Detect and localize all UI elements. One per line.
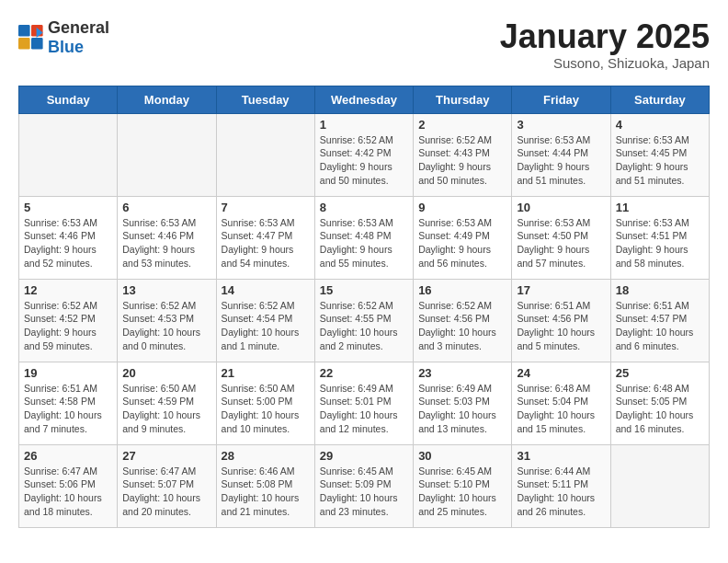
calendar-cell: 1Sunrise: 6:52 AM Sunset: 4:42 PM Daylig… <box>314 113 413 196</box>
day-header-sunday: Sunday <box>19 86 118 113</box>
day-header-saturday: Saturday <box>610 86 709 113</box>
day-info: Sunrise: 6:52 AM Sunset: 4:54 PM Dayligh… <box>222 299 310 353</box>
day-info: Sunrise: 6:46 AM Sunset: 5:08 PM Dayligh… <box>222 465 310 519</box>
day-number: 9 <box>418 201 506 214</box>
day-info: Sunrise: 6:52 AM Sunset: 4:55 PM Dayligh… <box>320 299 408 353</box>
calendar-cell: 16Sunrise: 6:52 AM Sunset: 4:56 PM Dayli… <box>414 279 512 362</box>
calendar-cell: 20Sunrise: 6:50 AM Sunset: 4:59 PM Dayli… <box>118 362 216 444</box>
title-area: January 2025 Susono, Shizuoka, Japan <box>500 18 710 71</box>
day-number: 20 <box>122 366 210 380</box>
day-number: 8 <box>320 201 408 214</box>
calendar-cell: 22Sunrise: 6:49 AM Sunset: 5:01 PM Dayli… <box>314 362 413 444</box>
day-info: Sunrise: 6:49 AM Sunset: 5:03 PM Dayligh… <box>418 382 506 436</box>
day-header-friday: Friday <box>512 86 610 113</box>
svg-rect-0 <box>18 25 30 37</box>
day-number: 17 <box>517 283 605 297</box>
day-info: Sunrise: 6:53 AM Sunset: 4:45 PM Dayligh… <box>616 133 704 188</box>
day-info: Sunrise: 6:52 AM Sunset: 4:43 PM Dayligh… <box>418 133 506 188</box>
calendar-cell: 2Sunrise: 6:52 AM Sunset: 4:43 PM Daylig… <box>414 113 512 196</box>
calendar-cell <box>216 113 314 196</box>
calendar-cell: 6Sunrise: 6:53 AM Sunset: 4:46 PM Daylig… <box>118 196 216 279</box>
day-number: 28 <box>222 449 310 463</box>
calendar-cell: 24Sunrise: 6:48 AM Sunset: 5:04 PM Dayli… <box>512 362 610 444</box>
day-number: 30 <box>418 449 506 463</box>
day-info: Sunrise: 6:49 AM Sunset: 5:01 PM Dayligh… <box>320 382 408 436</box>
day-number: 31 <box>517 449 605 463</box>
day-info: Sunrise: 6:53 AM Sunset: 4:51 PM Dayligh… <box>616 216 704 270</box>
day-info: Sunrise: 6:45 AM Sunset: 5:09 PM Dayligh… <box>320 465 408 519</box>
calendar-cell <box>610 444 709 527</box>
day-header-thursday: Thursday <box>414 86 512 113</box>
day-number: 29 <box>320 449 408 463</box>
day-info: Sunrise: 6:48 AM Sunset: 5:04 PM Dayligh… <box>517 382 605 436</box>
calendar-cell: 18Sunrise: 6:51 AM Sunset: 4:57 PM Dayli… <box>610 279 709 362</box>
calendar-body: 1Sunrise: 6:52 AM Sunset: 4:42 PM Daylig… <box>19 113 710 527</box>
day-number: 5 <box>24 201 112 214</box>
day-info: Sunrise: 6:52 AM Sunset: 4:56 PM Dayligh… <box>418 299 506 353</box>
day-info: Sunrise: 6:50 AM Sunset: 5:00 PM Dayligh… <box>222 382 310 436</box>
day-number: 2 <box>418 118 506 132</box>
calendar-cell: 5Sunrise: 6:53 AM Sunset: 4:46 PM Daylig… <box>19 196 118 279</box>
day-info: Sunrise: 6:53 AM Sunset: 4:47 PM Dayligh… <box>222 216 310 270</box>
day-info: Sunrise: 6:53 AM Sunset: 4:48 PM Dayligh… <box>320 216 408 270</box>
day-info: Sunrise: 6:53 AM Sunset: 4:46 PM Dayligh… <box>122 216 210 270</box>
calendar-week-row: 1Sunrise: 6:52 AM Sunset: 4:42 PM Daylig… <box>19 113 710 196</box>
day-number: 4 <box>616 118 704 132</box>
calendar-table: SundayMondayTuesdayWednesdayThursdayFrid… <box>18 86 710 528</box>
calendar-cell: 9Sunrise: 6:53 AM Sunset: 4:49 PM Daylig… <box>414 196 512 279</box>
day-number: 18 <box>616 283 704 297</box>
day-info: Sunrise: 6:51 AM Sunset: 4:56 PM Dayligh… <box>517 299 605 353</box>
calendar-cell: 29Sunrise: 6:45 AM Sunset: 5:09 PM Dayli… <box>314 444 413 527</box>
day-info: Sunrise: 6:50 AM Sunset: 4:59 PM Dayligh… <box>122 382 210 436</box>
svg-rect-3 <box>31 38 43 50</box>
day-info: Sunrise: 6:48 AM Sunset: 5:05 PM Dayligh… <box>616 382 704 436</box>
calendar-cell: 10Sunrise: 6:53 AM Sunset: 4:50 PM Dayli… <box>512 196 610 279</box>
day-number: 24 <box>517 366 605 380</box>
day-number: 7 <box>222 201 310 214</box>
calendar-cell: 31Sunrise: 6:44 AM Sunset: 5:11 PM Dayli… <box>512 444 610 527</box>
day-info: Sunrise: 6:47 AM Sunset: 5:07 PM Dayligh… <box>122 465 210 519</box>
calendar-cell: 8Sunrise: 6:53 AM Sunset: 4:48 PM Daylig… <box>314 196 413 279</box>
calendar-week-row: 19Sunrise: 6:51 AM Sunset: 4:58 PM Dayli… <box>19 362 710 444</box>
day-info: Sunrise: 6:53 AM Sunset: 4:49 PM Dayligh… <box>418 216 506 270</box>
day-number: 10 <box>517 201 605 214</box>
calendar-cell: 19Sunrise: 6:51 AM Sunset: 4:58 PM Dayli… <box>19 362 118 444</box>
day-info: Sunrise: 6:53 AM Sunset: 4:50 PM Dayligh… <box>517 216 605 270</box>
svg-rect-2 <box>18 38 30 50</box>
day-info: Sunrise: 6:52 AM Sunset: 4:42 PM Dayligh… <box>320 133 408 188</box>
calendar-cell: 21Sunrise: 6:50 AM Sunset: 5:00 PM Dayli… <box>216 362 314 444</box>
day-header-tuesday: Tuesday <box>216 86 314 113</box>
day-info: Sunrise: 6:44 AM Sunset: 5:11 PM Dayligh… <box>517 465 605 519</box>
logo-icon <box>18 25 44 51</box>
day-number: 6 <box>122 201 210 214</box>
day-number: 27 <box>122 449 210 463</box>
day-number: 25 <box>616 366 704 380</box>
logo-text-group: General Blue <box>48 18 109 57</box>
calendar-cell: 4Sunrise: 6:53 AM Sunset: 4:45 PM Daylig… <box>610 113 709 196</box>
calendar-cell: 3Sunrise: 6:53 AM Sunset: 4:44 PM Daylig… <box>512 113 610 196</box>
day-info: Sunrise: 6:51 AM Sunset: 4:58 PM Dayligh… <box>24 382 112 436</box>
calendar-cell: 27Sunrise: 6:47 AM Sunset: 5:07 PM Dayli… <box>118 444 216 527</box>
day-number: 19 <box>24 366 112 380</box>
day-info: Sunrise: 6:52 AM Sunset: 4:52 PM Dayligh… <box>24 299 112 353</box>
day-header-monday: Monday <box>118 86 216 113</box>
day-info: Sunrise: 6:45 AM Sunset: 5:10 PM Dayligh… <box>418 465 506 519</box>
logo-blue-text: Blue <box>48 38 84 56</box>
calendar-cell <box>19 113 118 196</box>
day-number: 15 <box>320 283 408 297</box>
logo: General Blue <box>18 18 109 57</box>
header: General Blue January 2025 Susono, Shizuo… <box>18 18 710 71</box>
calendar-cell <box>118 113 216 196</box>
calendar-cell: 14Sunrise: 6:52 AM Sunset: 4:54 PM Dayli… <box>216 279 314 362</box>
day-number: 22 <box>320 366 408 380</box>
calendar-cell: 15Sunrise: 6:52 AM Sunset: 4:55 PM Dayli… <box>314 279 413 362</box>
day-number: 13 <box>122 283 210 297</box>
day-number: 1 <box>320 118 408 132</box>
calendar-cell: 23Sunrise: 6:49 AM Sunset: 5:03 PM Dayli… <box>414 362 512 444</box>
calendar-week-row: 5Sunrise: 6:53 AM Sunset: 4:46 PM Daylig… <box>19 196 710 279</box>
calendar-subtitle: Susono, Shizuoka, Japan <box>500 55 710 71</box>
calendar-cell: 25Sunrise: 6:48 AM Sunset: 5:05 PM Dayli… <box>610 362 709 444</box>
calendar-cell: 30Sunrise: 6:45 AM Sunset: 5:10 PM Dayli… <box>414 444 512 527</box>
calendar-cell: 7Sunrise: 6:53 AM Sunset: 4:47 PM Daylig… <box>216 196 314 279</box>
day-header-wednesday: Wednesday <box>314 86 413 113</box>
